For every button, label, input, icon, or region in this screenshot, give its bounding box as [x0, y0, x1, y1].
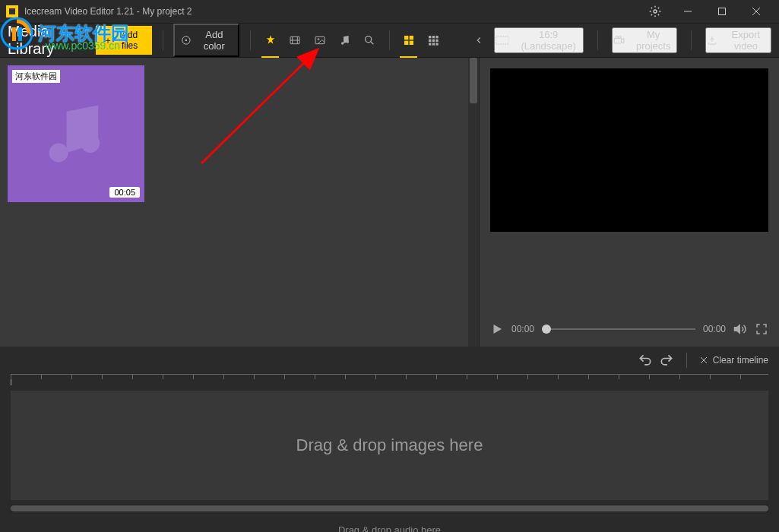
svg-rect-4 — [718, 8, 725, 15]
svg-marker-39 — [735, 325, 740, 334]
seek-knob[interactable] — [542, 325, 551, 334]
svg-point-36 — [49, 144, 68, 163]
timeline-scrollbar[interactable] — [11, 505, 768, 512]
svg-rect-1 — [9, 8, 15, 14]
separator — [597, 30, 598, 50]
music-note-icon — [38, 96, 114, 172]
app-icon — [6, 5, 18, 17]
search-button[interactable] — [361, 30, 378, 50]
timeline-scrollbar-thumb[interactable] — [11, 505, 768, 511]
redo-button[interactable] — [659, 353, 674, 368]
svg-rect-31 — [436, 43, 439, 45]
undo-button[interactable] — [638, 353, 653, 368]
svg-rect-32 — [496, 36, 508, 44]
add-color-label: Add color — [196, 29, 232, 52]
svg-point-14 — [318, 39, 319, 40]
play-button[interactable] — [490, 322, 504, 336]
window-title: Icecream Video Editor 1.21 - My project … — [24, 6, 640, 17]
svg-rect-27 — [432, 40, 435, 42]
add-files-label: Add files — [116, 30, 144, 51]
separator — [250, 30, 251, 50]
view-small-grid-button[interactable] — [425, 30, 442, 50]
toolbar-left: Media Library ＋ Add files Add color — [8, 23, 488, 58]
close-button[interactable] — [739, 0, 773, 23]
current-time: 00:00 — [511, 324, 534, 334]
filter-video-button[interactable] — [287, 30, 304, 50]
media-library-label: Media Library — [8, 23, 88, 58]
add-files-button[interactable]: ＋ Add files — [96, 26, 152, 55]
svg-rect-26 — [429, 40, 431, 42]
color-wheel-icon — [181, 34, 192, 46]
svg-point-2 — [654, 10, 657, 13]
video-track-placeholder: Drag & drop images here — [296, 435, 483, 455]
audio-track[interactable]: Drag & drop audio here — [11, 518, 768, 532]
library-scrollbar[interactable] — [468, 58, 479, 347]
media-thumbnail[interactable]: 河东软件园 00:05 — [8, 65, 144, 202]
separator — [686, 353, 687, 368]
media-library-panel[interactable]: 河东软件园 00:05 — [0, 58, 479, 347]
my-projects-label: My projects — [632, 29, 676, 52]
svg-line-18 — [371, 42, 374, 45]
svg-rect-30 — [432, 43, 435, 45]
svg-rect-28 — [436, 40, 439, 42]
maximize-button[interactable] — [705, 0, 739, 23]
thumbnail-tag: 河东软件园 — [12, 70, 60, 83]
volume-button[interactable] — [733, 322, 747, 336]
plus-icon: ＋ — [103, 34, 112, 47]
svg-rect-23 — [429, 36, 431, 38]
scrollbar-thumb[interactable] — [470, 58, 477, 103]
view-large-grid-button[interactable] — [400, 30, 417, 50]
svg-rect-33 — [614, 38, 621, 43]
svg-rect-19 — [404, 36, 408, 40]
aspect-icon — [496, 35, 509, 46]
clear-timeline-label: Clear timeline — [713, 355, 768, 366]
preview-panel: 00:00 00:00 — [479, 58, 779, 347]
svg-point-15 — [341, 42, 344, 44]
svg-rect-20 — [409, 36, 413, 40]
main-area: 河东软件园 00:05 00:00 00:00 — [0, 58, 779, 347]
close-icon — [699, 356, 708, 365]
svg-point-8 — [185, 40, 187, 41]
video-track[interactable]: Drag & drop images here — [11, 391, 768, 500]
clear-timeline-button[interactable]: Clear timeline — [699, 355, 768, 366]
window-controls — [670, 0, 773, 23]
svg-rect-21 — [404, 41, 408, 45]
titlebar: Icecream Video Editor 1.21 - My project … — [0, 0, 779, 23]
export-video-button[interactable]: Export video — [705, 27, 771, 53]
separator — [163, 30, 163, 50]
settings-button[interactable] — [640, 5, 670, 17]
seek-bar[interactable] — [542, 328, 695, 330]
collapse-button[interactable] — [470, 30, 488, 50]
svg-rect-24 — [432, 36, 435, 38]
toolbar-right: 16:9 (Landscape) My projects Export vide… — [494, 27, 771, 53]
separator — [389, 30, 390, 50]
fullscreen-button[interactable] — [755, 322, 768, 336]
svg-point-37 — [81, 134, 100, 153]
svg-rect-22 — [409, 41, 413, 45]
camera-icon — [613, 34, 625, 46]
thumbnail-duration: 00:05 — [109, 187, 140, 198]
minimize-button[interactable] — [670, 0, 705, 23]
timeline: Drag & drop images here Drag & drop audi… — [0, 374, 779, 532]
undo-redo-group — [638, 353, 674, 368]
preview-video[interactable] — [490, 68, 768, 232]
add-color-button[interactable]: Add color — [173, 24, 239, 57]
svg-point-17 — [366, 36, 372, 43]
filter-all-button[interactable] — [261, 30, 279, 50]
ruler-ticks — [11, 375, 768, 379]
aspect-label: 16:9 (Landscape) — [515, 29, 582, 52]
total-time: 00:00 — [703, 324, 726, 334]
svg-rect-25 — [436, 36, 439, 38]
timeline-ruler[interactable] — [11, 374, 768, 388]
audio-track-placeholder: Drag & drop audio here — [338, 524, 441, 533]
timeline-header: Clear timeline — [0, 347, 779, 374]
svg-rect-29 — [429, 43, 431, 45]
aspect-ratio-button[interactable]: 16:9 (Landscape) — [494, 27, 584, 53]
filter-image-button[interactable] — [312, 30, 329, 50]
toolbar: Media Library ＋ Add files Add color — [0, 23, 779, 58]
filter-audio-button[interactable] — [336, 30, 353, 50]
svg-rect-13 — [315, 36, 325, 43]
export-icon — [707, 34, 717, 46]
preview-controls: 00:00 00:00 — [490, 322, 768, 336]
my-projects-button[interactable]: My projects — [612, 27, 677, 53]
